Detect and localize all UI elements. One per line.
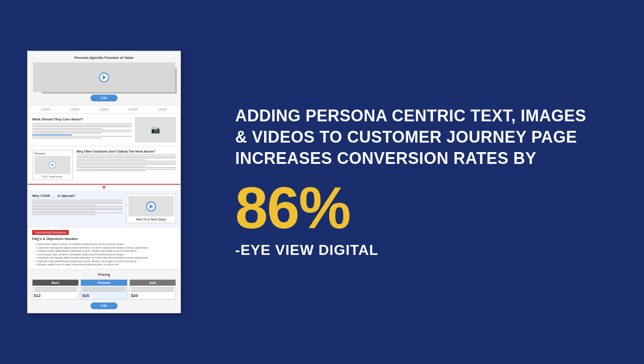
text-line-4 [32, 128, 102, 129]
faq-section: Overcoming Resistance FAQ's & Objections… [28, 227, 180, 270]
special-line-4 [32, 205, 95, 206]
logo-4: LOGO [128, 108, 138, 111]
hero-cta-button[interactable]: CTA [90, 95, 118, 101]
what-care-text [32, 123, 132, 139]
price-body-premium: $15 [81, 286, 127, 299]
text-line-5 [32, 129, 132, 130]
p-line-4 [82, 291, 125, 292]
hero-video-box [33, 62, 175, 92]
special-line-9 [32, 212, 123, 213]
faq-bullet-1: •Lorem ipsum dolor sit amet, consectetur… [36, 243, 176, 245]
special-line-8 [32, 211, 95, 212]
price-card-gold: Gold $20 [129, 279, 176, 300]
camera-icon: 📷 [151, 125, 160, 134]
b-line-1 [34, 287, 77, 288]
price-body-gold: $20 [130, 286, 175, 299]
text-line-9 [32, 138, 102, 139]
basic-price: $12 [34, 293, 77, 298]
g-line-2 [131, 288, 174, 289]
attribution-text: -Eye View Digital [235, 242, 379, 259]
special-line-5 [32, 206, 123, 207]
persona-play-triangle [52, 163, 54, 166]
logo-row: LOGO LOGO LOGO LOGO LOGO [28, 105, 180, 114]
why-line-3 [76, 158, 176, 158]
right-panel: Adding Persona Centric Text, Images & Vi… [208, 0, 644, 364]
resistance-badge: Overcoming Resistance [32, 230, 69, 235]
headline-line1: Adding Persona Centric Text, Images [235, 106, 586, 125]
special-line-2 [32, 201, 123, 202]
video-inner [33, 62, 175, 92]
price-header-gold: Gold [130, 280, 175, 286]
text-line-1 [32, 123, 132, 124]
special-line-7 [32, 209, 123, 210]
why-line-4 [76, 159, 146, 160]
g-line-1 [131, 287, 174, 288]
faq-bullet-5: •Commodo sed egestes agetus loreple phur… [36, 256, 176, 259]
play-circle-icon [99, 72, 109, 82]
why-text [76, 154, 176, 171]
text-line-8 [32, 136, 132, 137]
premium-price: $15 [82, 293, 125, 298]
special-left: Why YOUR ___ is Special? [32, 194, 123, 223]
percentage-display: 86% [235, 178, 350, 237]
what-care-section: What Should They Care About? 📷 [28, 114, 180, 146]
what-care-left: What Should They Care About? [32, 117, 132, 142]
persona-play-icon [49, 161, 56, 168]
special-line-3 [32, 203, 123, 204]
persona-section: Persona KOL Testimonial Why Other Soluti… [28, 146, 180, 185]
persona-box: Persona KOL Testimonial [32, 150, 73, 180]
text-line-3 [32, 126, 132, 127]
special-text [32, 200, 123, 215]
special-section: Why YOUR ___ is Special? [28, 190, 180, 227]
kol-label: KOL Testimonial [34, 175, 71, 178]
logo-5: LOGO [157, 108, 167, 111]
why-line-5 [76, 161, 176, 162]
faq-bullet-3: •Imperpet mollis pellentesque adipiscing… [36, 249, 176, 252]
b-line-3 [34, 290, 77, 291]
pricing-title: Pricing [32, 273, 176, 277]
text-line-6 [32, 131, 132, 132]
arrow-divider: ▼ [28, 185, 180, 190]
logo-1: LOGO [41, 108, 51, 111]
p-line-3 [82, 290, 125, 291]
wireframe-mockup: Persona Specific Promise of Value CTA LO… [27, 51, 181, 313]
special-line-1 [32, 200, 123, 201]
how-to-label: How To or Next Steps [128, 218, 174, 221]
premium-text-lines [82, 287, 125, 292]
how-to-play-icon [146, 201, 156, 211]
how-to-box: How To or Next Steps [126, 194, 176, 223]
how-to-play-triangle [150, 204, 153, 209]
faq-bullet-7: •Quisque sagitis lorem sit amet, consect… [36, 263, 176, 266]
price-body-basic: $12 [33, 286, 78, 299]
what-care-title: What Should They Care About? [32, 117, 132, 121]
persona-label: Persona [34, 152, 71, 155]
headline-line2: & Videos to Customer Journey Page [235, 128, 577, 146]
price-header-basic: Basic [33, 280, 78, 286]
why-line-6 [76, 163, 176, 163]
special-line-10 [32, 214, 95, 215]
how-to-video [128, 196, 174, 216]
faq-bullet-2: •Commodo sed egestes agetus loreple phur… [36, 246, 176, 249]
g-line-3 [131, 290, 174, 291]
p-line-2 [82, 288, 125, 289]
pricing-section: Pricing Basic $12 Premium [28, 270, 180, 313]
headline-line3: Increases Conversion Rates By [235, 149, 536, 168]
price-header-premium: Premium [81, 280, 127, 286]
gold-text-lines [131, 287, 174, 292]
logo-2: LOGO [70, 108, 80, 111]
b-line-2 [34, 288, 77, 289]
text-line-2 [32, 125, 132, 126]
price-card-premium: Premium $15 [80, 279, 127, 300]
logo-3: LOGO [99, 108, 109, 111]
hero-section: Persona Specific Promise of Value CTA [28, 51, 180, 105]
pricing-cta-button[interactable]: CTA [90, 302, 118, 309]
text-line-7 [32, 133, 102, 134]
g-line-4 [131, 291, 174, 292]
persona-video [34, 156, 71, 174]
main-headline: Adding Persona Centric Text, Images & Vi… [235, 105, 586, 169]
why-line-8 [76, 166, 146, 167]
why-line-2 [76, 156, 176, 157]
faq-bullet-6: •Imperpet mollis pellentesque adipiscing… [36, 260, 176, 263]
faq-title: FAQ's & Objections Handles [32, 237, 176, 241]
play-triangle-icon [103, 75, 106, 80]
